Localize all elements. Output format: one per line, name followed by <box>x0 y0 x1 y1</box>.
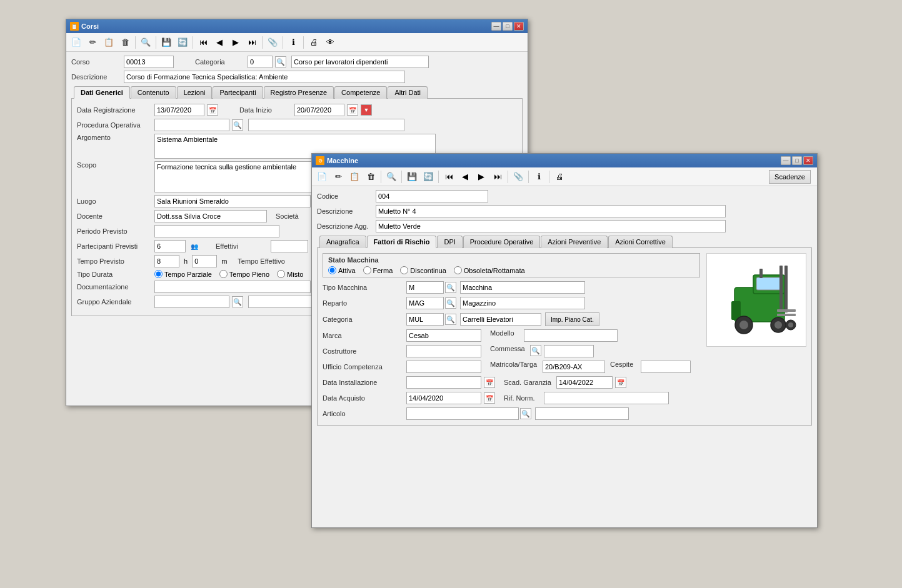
data-inizio-input[interactable] <box>294 104 344 116</box>
radio-attiva[interactable]: Attiva <box>328 266 356 274</box>
gruppo-input[interactable] <box>154 296 229 308</box>
partecipanti-icon-btn[interactable]: 👥 <box>188 240 201 252</box>
gruppo-search-btn[interactable]: 🔍 <box>232 296 243 307</box>
corsi-print-btn[interactable]: 🖨 <box>306 35 321 50</box>
data-inst-cal[interactable]: 📅 <box>484 377 495 388</box>
data-reg-input[interactable] <box>154 104 204 116</box>
macchine-prev-btn[interactable]: ◀ <box>458 169 473 184</box>
macchine-close-btn[interactable]: ✕ <box>803 156 813 165</box>
corsi-preview-btn[interactable]: 👁 <box>323 35 338 50</box>
articolo-desc-input[interactable] <box>535 407 629 420</box>
tab-altri-dati[interactable]: Altri Dati <box>388 86 428 99</box>
rif-norm-input[interactable] <box>544 392 669 404</box>
radio-tempo-pieno[interactable]: Tempo Pieno <box>219 270 269 278</box>
tab-fattori-rischio[interactable]: Fattori di Rischio <box>367 236 437 248</box>
cat-desc[interactable] <box>460 313 541 326</box>
categoria-search-btn[interactable]: 🔍 <box>275 56 286 67</box>
articolo-search[interactable]: 🔍 <box>520 408 531 419</box>
macchine-first-btn[interactable]: ⏮ <box>441 169 456 184</box>
mac-descrizione-input[interactable] <box>376 205 726 217</box>
radio-obsoleta[interactable]: Obsoleta/Rottamata <box>454 266 525 274</box>
corsi-info-btn[interactable]: ℹ <box>286 35 301 50</box>
reparto-search[interactable]: 🔍 <box>445 297 456 309</box>
scadenze-btn[interactable]: Scadenze <box>769 170 811 184</box>
reparto-code[interactable] <box>406 297 444 309</box>
radio-misto[interactable]: Misto <box>277 270 303 278</box>
corsi-search-btn[interactable]: 🔍 <box>138 35 153 50</box>
data-acq-cal[interactable]: 📅 <box>484 392 495 404</box>
macchine-new-btn[interactable]: 📄 <box>314 169 329 184</box>
corsi-attach-btn[interactable]: 📎 <box>265 35 280 50</box>
tab-contenuto[interactable]: Contenuto <box>131 86 176 99</box>
macchine-refresh-btn[interactable]: 🔄 <box>421 169 436 184</box>
macchine-minimize-btn[interactable]: — <box>781 156 791 165</box>
data-acq-input[interactable] <box>406 392 481 404</box>
corsi-delete-btn[interactable]: 🗑 <box>118 35 133 50</box>
tipo-mac-search[interactable]: 🔍 <box>445 282 456 293</box>
modello-input[interactable] <box>524 329 618 342</box>
corsi-minimize-btn[interactable]: — <box>491 22 501 31</box>
radio-tempo-parziale[interactable]: Tempo Parziale <box>154 270 212 278</box>
cat-search[interactable]: 🔍 <box>445 314 456 325</box>
data-inizio-extra-btn[interactable]: ▼ <box>361 104 372 116</box>
corso-desc-input[interactable] <box>291 56 429 68</box>
scad-gar-input[interactable] <box>556 376 613 389</box>
macchine-copy-btn[interactable]: 📋 <box>347 169 362 184</box>
macchine-save-btn[interactable]: 💾 <box>404 169 419 184</box>
effettivi-input[interactable] <box>271 240 308 252</box>
descrizione-input[interactable] <box>124 71 405 83</box>
macchine-info-btn[interactable]: ℹ <box>531 169 546 184</box>
tab-anagrafica[interactable]: Anagrafica <box>319 236 366 248</box>
data-inst-input[interactable] <box>406 376 481 389</box>
articolo-input[interactable] <box>406 407 519 420</box>
corsi-new-btn[interactable]: 📄 <box>69 35 84 50</box>
proc-op-search-btn[interactable]: 🔍 <box>232 119 243 131</box>
macchine-search-btn[interactable]: 🔍 <box>384 169 399 184</box>
corsi-copy-btn[interactable]: 📋 <box>101 35 116 50</box>
corsi-refresh-btn[interactable]: 🔄 <box>175 35 190 50</box>
tab-competenze[interactable]: Competenze <box>334 86 387 99</box>
ufficio-input[interactable] <box>406 361 481 373</box>
scad-gar-cal[interactable]: 📅 <box>615 377 626 388</box>
data-inizio-cal-btn[interactable]: 📅 <box>347 104 358 116</box>
codice-input[interactable] <box>376 190 488 202</box>
corsi-save-btn[interactable]: 💾 <box>159 35 174 50</box>
documentazione-input[interactable] <box>154 281 311 293</box>
tipo-mac-desc[interactable] <box>460 281 585 294</box>
tab-procedure-operative[interactable]: Procedure Operative <box>463 236 541 248</box>
desc-agg-input[interactable] <box>376 220 726 232</box>
radio-ferma[interactable]: Ferma <box>363 266 393 274</box>
tab-azioni-correttive[interactable]: Azioni Correttive <box>608 236 673 248</box>
matricola-input[interactable] <box>543 361 605 373</box>
corsi-first-btn[interactable]: ⏮ <box>196 35 211 50</box>
macchine-last-btn[interactable]: ⏭ <box>490 169 505 184</box>
tipo-mac-code[interactable] <box>406 281 444 294</box>
costruttore-input[interactable] <box>406 345 481 357</box>
tab-azioni-preventive[interactable]: Azioni Preventive <box>541 236 608 248</box>
macchine-edit-btn[interactable]: ✏ <box>331 169 346 184</box>
corsi-maximize-btn[interactable]: □ <box>503 22 513 31</box>
corsi-edit-btn[interactable]: ✏ <box>85 35 100 50</box>
cat-code[interactable] <box>406 313 444 326</box>
tempo-h-input[interactable] <box>154 255 179 267</box>
proc-op-desc-input[interactable] <box>248 119 404 131</box>
categoria-input[interactable] <box>248 56 273 68</box>
tab-registro-presenze[interactable]: Registro Presenze <box>264 86 334 99</box>
periodo-input[interactable] <box>154 225 279 237</box>
reparto-desc[interactable] <box>460 297 585 309</box>
proc-op-input[interactable] <box>154 119 229 131</box>
corsi-next-btn[interactable]: ▶ <box>228 35 243 50</box>
tab-dati-generici[interactable]: Dati Generici <box>74 86 130 99</box>
partecipanti-input[interactable] <box>154 240 186 252</box>
corsi-close-btn[interactable]: ✕ <box>514 22 524 31</box>
docente-input[interactable] <box>154 210 267 222</box>
tab-dpi[interactable]: DPI <box>437 236 462 248</box>
commessa-input[interactable] <box>544 345 594 357</box>
tab-lezioni[interactable]: Lezioni <box>177 86 213 99</box>
corso-input[interactable] <box>124 56 174 68</box>
radio-discontinua[interactable]: Discontinua <box>400 266 446 274</box>
macchine-print-btn[interactable]: 🖨 <box>552 169 567 184</box>
tab-partecipanti[interactable]: Partecipanti <box>213 86 263 99</box>
commessa-search[interactable]: 🔍 <box>530 345 541 356</box>
corsi-last-btn[interactable]: ⏭ <box>244 35 259 50</box>
